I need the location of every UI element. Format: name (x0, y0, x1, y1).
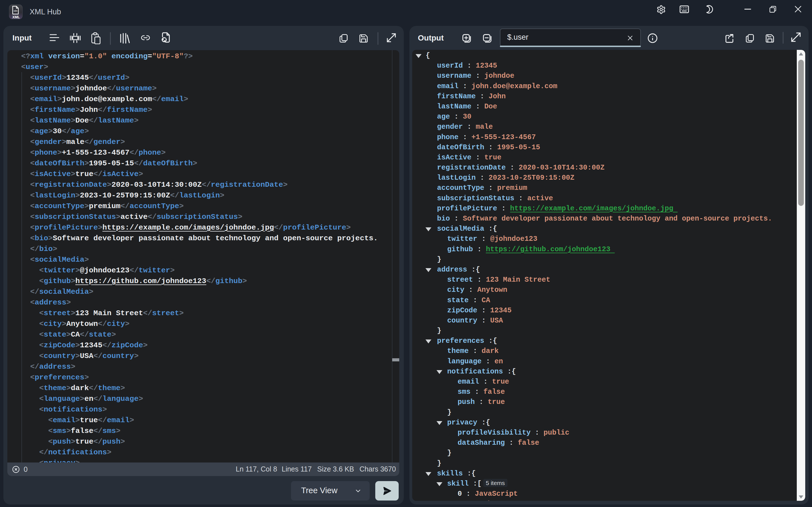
svg-text:XML: XML (12, 15, 20, 19)
svg-text:</>: </> (13, 9, 17, 12)
